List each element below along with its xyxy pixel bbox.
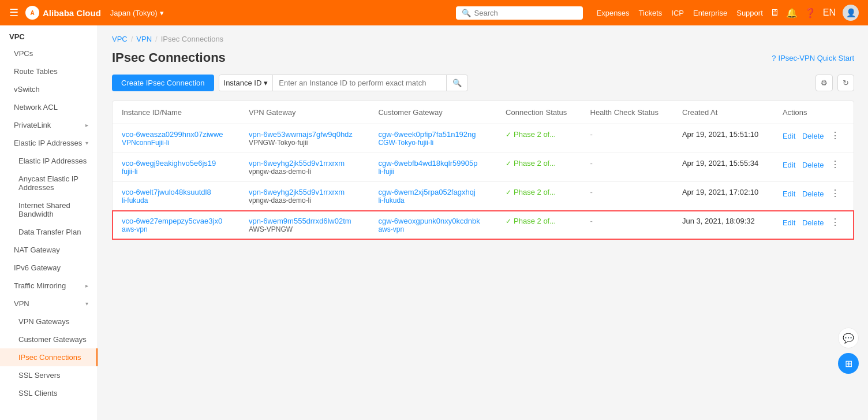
- customer-gateway-id-link-1[interactable]: cgw-6webfb4wd18kqlr59905p: [378, 159, 487, 168]
- filter-group: Instance ID ▾ 🔍: [219, 75, 469, 91]
- edit-button-3[interactable]: Edit: [783, 218, 795, 227]
- sidebar-item-ipsec-connections[interactable]: IPsec Connections: [0, 348, 98, 366]
- icp-link[interactable]: ICP: [671, 9, 684, 17]
- filter-input[interactable]: [273, 75, 446, 91]
- sidebar-item-ipv6-gateway[interactable]: IPv6 Gateway: [0, 259, 98, 277]
- filter-select[interactable]: Instance ID ▾: [219, 75, 274, 91]
- more-menu-2[interactable]: ⋮: [830, 188, 840, 198]
- delete-button-0[interactable]: Delete: [802, 132, 824, 140]
- sidebar-item-elastic-ip-addresses[interactable]: Elastic IP Addresses: [0, 152, 98, 170]
- refresh-button[interactable]: ↻: [837, 75, 854, 91]
- instance-id-link-2[interactable]: vco-6welt7jwulo48ksuutdl8: [122, 188, 230, 196]
- avatar[interactable]: 👤: [843, 5, 859, 21]
- instance-id-link-0[interactable]: vco-6weasza0299hnx07ziwwe: [122, 130, 230, 139]
- more-menu-0[interactable]: ⋮: [830, 131, 840, 140]
- cell-health-1: -: [581, 153, 673, 182]
- quick-start-link[interactable]: ? IPsec-VPN Quick Start: [772, 54, 854, 62]
- customer-gateway-id-link-2[interactable]: cgw-6wem2xj5rpa052fagxhqj: [378, 188, 487, 196]
- settings-button[interactable]: ⚙: [815, 75, 833, 91]
- delete-button-3[interactable]: Delete: [802, 218, 824, 227]
- delete-button-1[interactable]: Delete: [802, 161, 824, 169]
- cell-created-at-2: Apr 19, 2021, 17:02:10: [673, 182, 773, 211]
- table-row: vco-6wegj9eakighvo5e6js19 fujii-li vpn-6…: [113, 153, 854, 182]
- search-bar[interactable]: 🔍: [456, 6, 583, 20]
- sidebar-item-ssl-servers[interactable]: SSL Servers: [0, 366, 98, 384]
- instance-name-0: VPNconnFujii-li: [122, 139, 230, 147]
- breadcrumb-current: IPsec Connections: [161, 35, 223, 43]
- sidebar: VPC VPCs Route Tables vSwitch Network AC…: [0, 25, 98, 420]
- help-icon[interactable]: ❓: [805, 8, 816, 18]
- sidebar-item-customer-gateways[interactable]: Customer Gateways: [0, 330, 98, 348]
- sidebar-item-anycast-elastic-ip[interactable]: Anycast Elastic IP Addresses: [0, 170, 98, 196]
- sidebar-item-vpn-gateways[interactable]: VPN Gateways: [0, 313, 98, 330]
- ipsec-connections-table: Instance ID/Name VPN Gateway Customer Ga…: [113, 101, 854, 239]
- sidebar-section-vpc[interactable]: VPC: [0, 25, 98, 44]
- status-badge-2: ✓ Phase 2 of...: [506, 188, 571, 196]
- more-menu-3[interactable]: ⋮: [830, 217, 840, 227]
- col-vpn-gateway: VPN Gateway: [240, 101, 369, 124]
- sidebar-item-vswitch[interactable]: vSwitch: [0, 80, 98, 98]
- instance-id-link-3[interactable]: vco-6we27empepzy5cvae3jx0: [122, 217, 230, 225]
- create-ipsec-connection-button[interactable]: Create IPsec Connection: [112, 75, 214, 91]
- sidebar-item-internet-shared-bandwidth[interactable]: Internet Shared Bandwidth: [0, 196, 98, 223]
- check-icon-1: ✓: [506, 159, 511, 168]
- cell-health-2: -: [581, 182, 673, 211]
- expenses-link[interactable]: Expenses: [597, 9, 630, 17]
- sidebar-item-network-acl[interactable]: Network ACL: [0, 98, 98, 116]
- tickets-link[interactable]: Tickets: [639, 9, 663, 17]
- logo: A Alibaba Cloud: [25, 6, 101, 20]
- status-badge-3: ✓ Phase 2 of...: [506, 217, 571, 225]
- customer-gateway-name-3: aws-vpn: [378, 225, 487, 233]
- sidebar-item-vpn[interactable]: VPN ▾: [0, 295, 98, 313]
- cell-created-at-0: Apr 19, 2021, 15:51:10: [673, 124, 773, 153]
- cell-status-1: ✓ Phase 2 of...: [496, 153, 581, 182]
- health-dash-0: -: [590, 130, 593, 139]
- toolbar: Create IPsec Connection Instance ID ▾ 🔍 …: [112, 75, 854, 91]
- vpn-gateway-id-link-0[interactable]: vpn-6we53wwmajs7gfw9q0hdz: [249, 130, 360, 139]
- bell-icon[interactable]: 🔔: [786, 8, 798, 18]
- edit-button-1[interactable]: Edit: [783, 161, 795, 169]
- support-link[interactable]: Support: [736, 9, 763, 17]
- search-input[interactable]: [474, 9, 577, 17]
- chevron-down-icon: ▾: [160, 9, 164, 17]
- breadcrumb-vpn[interactable]: VPN: [136, 35, 152, 43]
- top-navigation: ☰ A Alibaba Cloud Japan (Tokyo) ▾ 🔍 Expe…: [0, 0, 868, 25]
- sidebar-item-ssl-clients[interactable]: SSL Clients: [0, 384, 98, 402]
- edit-button-2[interactable]: Edit: [783, 189, 795, 198]
- sidebar-item-vpcs[interactable]: VPCs: [0, 44, 98, 62]
- chat-button[interactable]: 💬: [838, 328, 859, 348]
- cell-vpn-gateway-1: vpn-6weyhg2jk55d9v1rrxrxm vpngw-daas-dem…: [240, 153, 369, 182]
- lang-switcher[interactable]: EN: [823, 8, 836, 18]
- main-content: VPC / VPN / IPsec Connections IPsec Conn…: [98, 25, 868, 420]
- cell-instance-3: vco-6we27empepzy5cvae3jx0 aws-vpn: [113, 211, 240, 240]
- more-menu-1[interactable]: ⋮: [830, 159, 840, 169]
- sidebar-item-traffic-mirroring[interactable]: Traffic Mirroring ▸: [0, 277, 98, 295]
- customer-gateway-name-2: li-fukuda: [378, 196, 487, 205]
- vpn-gateway-id-link-1[interactable]: vpn-6weyhg2jk55d9v1rrxrxm: [249, 159, 360, 168]
- region-selector[interactable]: Japan (Tokyo) ▾: [110, 9, 164, 17]
- sidebar-item-private-link[interactable]: PrivateLink ▸: [0, 116, 98, 134]
- instance-name-2: li-fukuda: [122, 196, 230, 205]
- hamburger-menu[interactable]: ☰: [9, 6, 18, 19]
- cell-customer-gateway-0: cgw-6week0pfip7fa51n192ng CGW-Tokyo-fuji…: [369, 124, 496, 153]
- qr-button[interactable]: ⊞: [838, 353, 859, 374]
- sidebar-item-elastic-ip-parent[interactable]: Elastic IP Addresses ▾: [0, 134, 98, 152]
- customer-gateway-name-1: li-fujii: [378, 168, 487, 176]
- breadcrumb-vpc[interactable]: VPC: [112, 35, 128, 43]
- vpn-gateway-id-link-3[interactable]: vpn-6wem9m555drrxd6lw02tm: [249, 217, 360, 225]
- monitor-icon[interactable]: 🖥: [770, 8, 779, 18]
- sidebar-item-route-tables[interactable]: Route Tables: [0, 62, 98, 80]
- vpn-gateway-id-link-2[interactable]: vpn-6weyhg2jk55d9v1rrxrxm: [249, 188, 360, 196]
- edit-button-0[interactable]: Edit: [783, 132, 795, 140]
- customer-gateway-id-link-0[interactable]: cgw-6week0pfip7fa51n192ng: [378, 130, 487, 139]
- delete-button-2[interactable]: Delete: [802, 189, 824, 198]
- col-created-at: Created At: [673, 101, 773, 124]
- sidebar-item-data-transfer-plan[interactable]: Data Transfer Plan: [0, 223, 98, 241]
- filter-search-button[interactable]: 🔍: [446, 75, 467, 91]
- customer-gateway-id-link-3[interactable]: cgw-6weoxgpunk0nxy0kcdnbk: [378, 217, 487, 225]
- instance-id-link-1[interactable]: vco-6wegj9eakighvo5e6js19: [122, 159, 230, 168]
- col-actions: Actions: [773, 101, 854, 124]
- enterprise-link[interactable]: Enterprise: [693, 9, 727, 17]
- chevron-right-icon: ▸: [85, 283, 88, 289]
- sidebar-item-nat-gateway[interactable]: NAT Gateway: [0, 241, 98, 259]
